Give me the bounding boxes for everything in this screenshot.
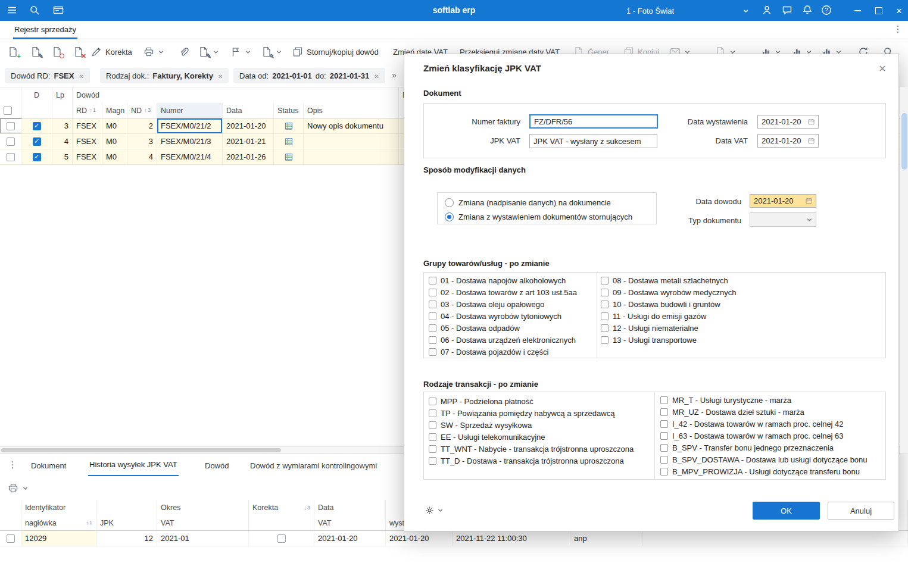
korekta-checkbox[interactable] bbox=[277, 534, 286, 543]
transaction-option-tt-d[interactable]: TT_D - Dostawa - transakcja trójstronna … bbox=[429, 456, 634, 465]
checkbox[interactable] bbox=[660, 432, 668, 440]
menu-icon[interactable] bbox=[6, 4, 19, 17]
calendar-icon[interactable] bbox=[807, 137, 815, 145]
document-pending-button[interactable] bbox=[51, 43, 63, 60]
group-option-09[interactable]: 09 - Dostawa wyrobów medycznych bbox=[601, 288, 736, 296]
group-option-11[interactable]: 11 - Usługi do emisji gazów bbox=[601, 312, 736, 320]
row-checkbox[interactable] bbox=[7, 122, 15, 130]
transaction-option-b-spv[interactable]: B_SPV - Transfer bonu jednego przeznacze… bbox=[660, 443, 868, 452]
checkbox[interactable] bbox=[429, 336, 436, 344]
remove-filter-icon[interactable] bbox=[79, 71, 83, 80]
checkbox[interactable] bbox=[660, 468, 668, 476]
column-header-jpk[interactable]: JPK bbox=[96, 515, 157, 530]
document-date-field[interactable]: 2021-01-20 bbox=[750, 194, 816, 208]
transaction-option-mr-t[interactable]: MR_T - Usługi turystyczne - marża bbox=[660, 396, 868, 404]
bell-icon[interactable] bbox=[801, 4, 815, 17]
transaction-option-i42[interactable]: I_42 - Dostawa towarów w ramach proc. ce… bbox=[660, 420, 868, 428]
detail-print-button[interactable] bbox=[7, 480, 29, 496]
tab-dowod[interactable]: Dowód bbox=[204, 454, 230, 477]
checkbox[interactable] bbox=[429, 312, 436, 320]
group-option-06[interactable]: 06 - Dostawa urządzeń elektronicznych bbox=[429, 336, 577, 344]
flag-button[interactable] bbox=[230, 43, 251, 60]
ok-button[interactable]: OK bbox=[753, 502, 820, 520]
jpk-vat-status-input[interactable] bbox=[529, 134, 657, 148]
checkbox[interactable] bbox=[660, 396, 668, 404]
radio-selected-icon[interactable] bbox=[445, 212, 454, 221]
checkbox[interactable] bbox=[429, 301, 436, 308]
group-option-05[interactable]: 05 - Dostawa odpadów bbox=[429, 324, 577, 332]
column-header-magn[interactable]: Magn2 bbox=[102, 103, 127, 118]
more-filters-icon[interactable] bbox=[392, 70, 397, 80]
tab-options-icon[interactable] bbox=[893, 24, 903, 36]
checkbox[interactable] bbox=[601, 312, 609, 320]
checkbox[interactable] bbox=[429, 348, 436, 356]
radio-overwrite[interactable]: Zmiana (nadpisanie danych) na dokumencie bbox=[445, 197, 611, 208]
settings-gear-button[interactable] bbox=[425, 505, 444, 515]
row-checkbox[interactable] bbox=[7, 153, 15, 161]
group-option-03[interactable]: 03 - Dostawa oleju opałowego bbox=[429, 300, 577, 308]
search-icon[interactable] bbox=[29, 4, 42, 17]
row-selected-checkbox[interactable] bbox=[33, 137, 41, 146]
edit-document-button[interactable]: ✎ bbox=[30, 43, 42, 60]
issue-date-field[interactable]: 2021-01-20 bbox=[757, 115, 819, 129]
group-option-01[interactable]: 01 - Dostawa napojów alkoholowych bbox=[429, 276, 577, 284]
detail-tabs-options-icon[interactable] bbox=[7, 459, 18, 471]
checkbox[interactable] bbox=[601, 324, 609, 332]
company-selector[interactable]: 1 - Foto Świat bbox=[626, 5, 749, 17]
close-icon[interactable] bbox=[876, 62, 889, 75]
checkbox[interactable] bbox=[601, 301, 609, 308]
row-selected-checkbox[interactable] bbox=[33, 153, 41, 161]
transaction-option-b-mpv-prowizja[interactable]: B_MPV_PROWIZJA - Usługi dotyczące transf… bbox=[660, 467, 868, 476]
row-checkbox[interactable] bbox=[7, 534, 15, 543]
column-header-numer[interactable]: Numer bbox=[157, 103, 223, 118]
checkbox[interactable] bbox=[429, 457, 436, 465]
radio-storno[interactable]: Zmiana z wystawieniem dokumentów stornuj… bbox=[445, 211, 632, 222]
group-option-12[interactable]: 12 - Usługi niematerialne bbox=[601, 324, 736, 332]
window-card-icon[interactable] bbox=[52, 4, 65, 17]
transaction-option-ee[interactable]: EE - Usługi telekomunikacyjne bbox=[429, 433, 634, 441]
chevron-down-icon[interactable] bbox=[158, 49, 164, 55]
user-icon[interactable] bbox=[761, 4, 774, 17]
minimize-button[interactable] bbox=[850, 4, 865, 17]
tab-historia-jpk-vat[interactable]: Historia wysyłek JPK VAT bbox=[88, 454, 179, 477]
checkbox[interactable] bbox=[429, 324, 436, 332]
tab-dokument[interactable]: Dokument bbox=[30, 454, 67, 477]
chevron-down-icon[interactable] bbox=[213, 49, 219, 55]
column-header-status[interactable]: Status bbox=[274, 103, 304, 118]
chevron-down-icon[interactable] bbox=[22, 485, 29, 492]
checkbox[interactable] bbox=[601, 289, 609, 296]
group-option-07[interactable]: 07 - Dostawa pojazdów i części bbox=[429, 348, 577, 356]
radio-icon[interactable] bbox=[445, 198, 454, 207]
new-document-button[interactable]: + bbox=[7, 43, 19, 60]
chat-icon[interactable] bbox=[781, 4, 794, 17]
delete-document-button[interactable]: ✕ bbox=[73, 43, 85, 60]
calendar-icon[interactable] bbox=[805, 197, 813, 205]
checkbox[interactable] bbox=[429, 398, 436, 405]
chevron-down-icon[interactable] bbox=[245, 49, 251, 55]
transaction-option-i63[interactable]: I_63 - Dostawa towarów w ramach proc. ce… bbox=[660, 431, 868, 440]
transaction-option-b-spv-dostawa[interactable]: B_SPV_DOSTAWA - Dostawa lub usługi dotyc… bbox=[660, 455, 868, 464]
chevron-down-icon[interactable] bbox=[276, 49, 282, 55]
remove-filter-icon[interactable] bbox=[218, 71, 223, 80]
checkbox[interactable] bbox=[660, 420, 668, 428]
row-selected-checkbox[interactable] bbox=[33, 122, 41, 130]
column-header-naglowka[interactable]: nagłówka1 bbox=[21, 515, 96, 530]
checkbox[interactable] bbox=[429, 421, 436, 429]
cancel-button[interactable]: Anuluj bbox=[828, 502, 894, 520]
chevron-down-icon[interactable] bbox=[437, 507, 444, 514]
column-header-okres[interactable]: Okres bbox=[157, 500, 249, 515]
attachment-button[interactable] bbox=[177, 43, 189, 60]
column-header-korekta[interactable]: Korekta3 bbox=[249, 500, 314, 515]
transaction-option-sw[interactable]: SW - Sprzedaż wysyłkowa bbox=[429, 421, 634, 429]
filter-chip-dowod[interactable]: Dowód RD: FSEX bbox=[5, 68, 90, 83]
remove-filter-icon[interactable] bbox=[374, 71, 379, 80]
column-header-d[interactable]: D bbox=[21, 87, 52, 103]
checkbox[interactable] bbox=[429, 289, 436, 296]
group-option-02[interactable]: 02 - Dostawa towarów z art 103 ust.5aa bbox=[429, 288, 577, 296]
column-header-rd[interactable]: RD1 bbox=[73, 103, 102, 118]
column-header-identyfikator[interactable]: Identyfikator bbox=[21, 500, 96, 515]
stornuj-kopiuj-button[interactable]: Stornuj/kopiuj dowód bbox=[292, 43, 379, 60]
scrollbar-thumb[interactable] bbox=[901, 113, 907, 170]
column-header-nd[interactable]: ND3 bbox=[127, 103, 157, 118]
select-all-checkbox[interactable] bbox=[4, 107, 12, 115]
